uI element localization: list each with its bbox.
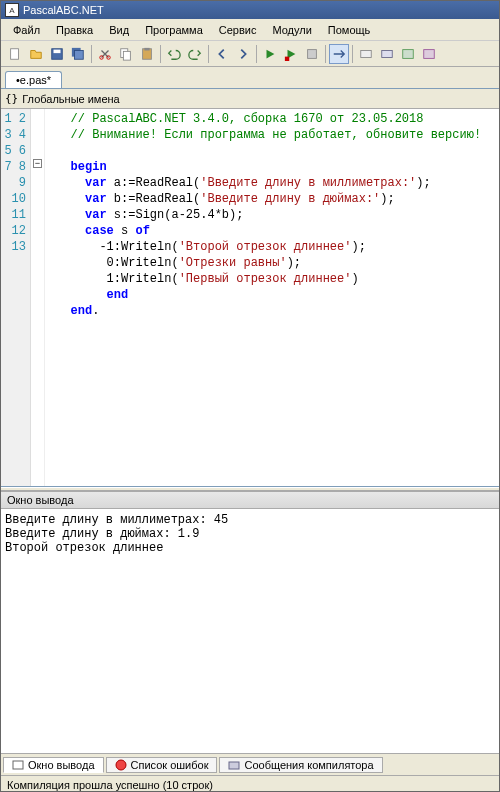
file-tab[interactable]: •e.pas* xyxy=(5,71,62,88)
output-icon xyxy=(12,759,24,771)
tab-errors[interactable]: Список ошибок xyxy=(106,757,218,773)
title-bar: A PascalABC.NET xyxy=(1,1,499,19)
new-file-button[interactable] xyxy=(5,44,25,64)
svg-rect-2 xyxy=(54,49,61,53)
copy-button[interactable] xyxy=(116,44,136,64)
svg-rect-13 xyxy=(361,50,372,57)
bottom-tab-bar: Окно вывода Список ошибок Сообщения комп… xyxy=(1,753,499,775)
tab-compiler-label: Сообщения компилятора xyxy=(244,759,373,771)
status-bar: Компиляция прошла успешно (10 строк) xyxy=(1,775,499,792)
tab-output[interactable]: Окно вывода xyxy=(3,757,104,773)
build-button[interactable] xyxy=(419,44,439,64)
nav-forward-button[interactable] xyxy=(233,44,253,64)
scope-label[interactable]: Глобальные имена xyxy=(22,93,120,105)
line-gutter: 1 2 3 4 5 6 7 8 9 10 11 12 13 xyxy=(1,109,31,486)
nav-back-button[interactable] xyxy=(212,44,232,64)
redo-button[interactable] xyxy=(185,44,205,64)
app-icon: A xyxy=(5,3,19,17)
open-file-button[interactable] xyxy=(26,44,46,64)
save-button[interactable] xyxy=(47,44,67,64)
menu-modules[interactable]: Модули xyxy=(264,22,319,38)
menu-edit[interactable]: Правка xyxy=(48,22,101,38)
toolbar-separator xyxy=(256,45,257,63)
svg-rect-12 xyxy=(308,49,317,58)
run-without-debug-button[interactable] xyxy=(281,44,301,64)
code-area[interactable]: // PascalABC.NET 3.4.0, сборка 1670 от 2… xyxy=(45,109,499,486)
toolbar-separator xyxy=(208,45,209,63)
svg-rect-15 xyxy=(403,49,414,58)
code-editor[interactable]: 1 2 3 4 5 6 7 8 9 10 11 12 13 − // Pasca… xyxy=(1,109,499,487)
output-panel-title: Окно вывода xyxy=(1,491,499,509)
toolbar-separator xyxy=(352,45,353,63)
stop-button[interactable] xyxy=(302,44,322,64)
svg-rect-17 xyxy=(13,761,23,769)
svg-point-18 xyxy=(116,760,126,770)
step-out-button[interactable] xyxy=(377,44,397,64)
cut-button[interactable] xyxy=(95,44,115,64)
svg-rect-0 xyxy=(11,48,19,59)
tab-output-label: Окно вывода xyxy=(28,759,95,771)
compile-button[interactable] xyxy=(398,44,418,64)
step-over-button[interactable] xyxy=(356,44,376,64)
editor-tab-bar: •e.pas* xyxy=(1,67,499,89)
svg-rect-8 xyxy=(123,51,130,60)
fold-column: − xyxy=(31,109,45,486)
fold-toggle[interactable]: − xyxy=(33,159,42,168)
output-panel[interactable]: Введите длину в миллиметрах: 45 Введите … xyxy=(1,509,499,753)
braces-icon: {} xyxy=(5,92,18,105)
toolbar-separator xyxy=(91,45,92,63)
status-text: Компиляция прошла успешно (10 строк) xyxy=(7,779,213,791)
menu-view[interactable]: Вид xyxy=(101,22,137,38)
menu-bar: Файл Правка Вид Программа Сервис Модули … xyxy=(1,19,499,41)
toolbar-separator xyxy=(325,45,326,63)
scope-bar: {} Глобальные имена xyxy=(1,89,499,109)
tab-compiler[interactable]: Сообщения компилятора xyxy=(219,757,382,773)
paste-button[interactable] xyxy=(137,44,157,64)
step-into-button[interactable] xyxy=(329,44,349,64)
save-all-button[interactable] xyxy=(68,44,88,64)
svg-rect-10 xyxy=(144,47,149,50)
menu-program[interactable]: Программа xyxy=(137,22,211,38)
run-button[interactable] xyxy=(260,44,280,64)
svg-rect-11 xyxy=(285,56,289,60)
toolbar-separator xyxy=(160,45,161,63)
window-title: PascalABC.NET xyxy=(23,4,104,16)
toolbar xyxy=(1,41,499,67)
menu-file[interactable]: Файл xyxy=(5,22,48,38)
menu-help[interactable]: Помощь xyxy=(320,22,379,38)
svg-rect-16 xyxy=(424,49,435,58)
error-icon xyxy=(115,759,127,771)
svg-rect-19 xyxy=(229,762,239,769)
compiler-icon xyxy=(228,759,240,771)
menu-service[interactable]: Сервис xyxy=(211,22,265,38)
tab-errors-label: Список ошибок xyxy=(131,759,209,771)
undo-button[interactable] xyxy=(164,44,184,64)
svg-rect-14 xyxy=(382,50,393,57)
svg-rect-4 xyxy=(75,50,84,59)
